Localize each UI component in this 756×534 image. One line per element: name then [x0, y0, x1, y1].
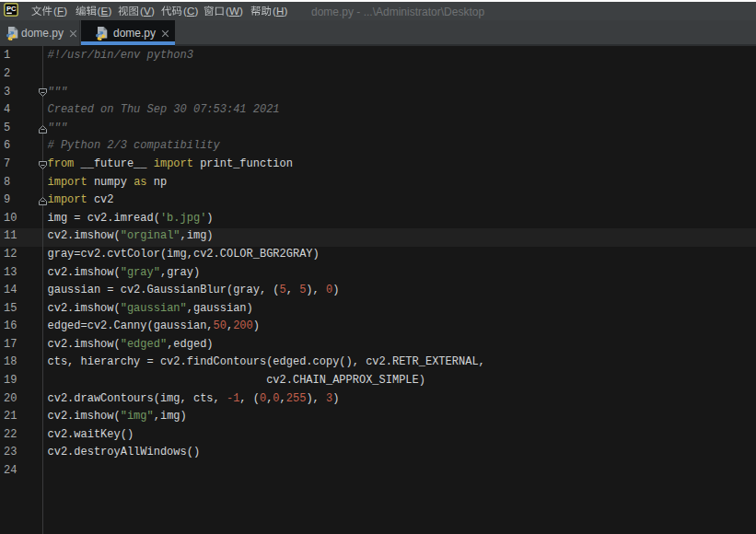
svg-text:PC: PC	[6, 5, 17, 13]
